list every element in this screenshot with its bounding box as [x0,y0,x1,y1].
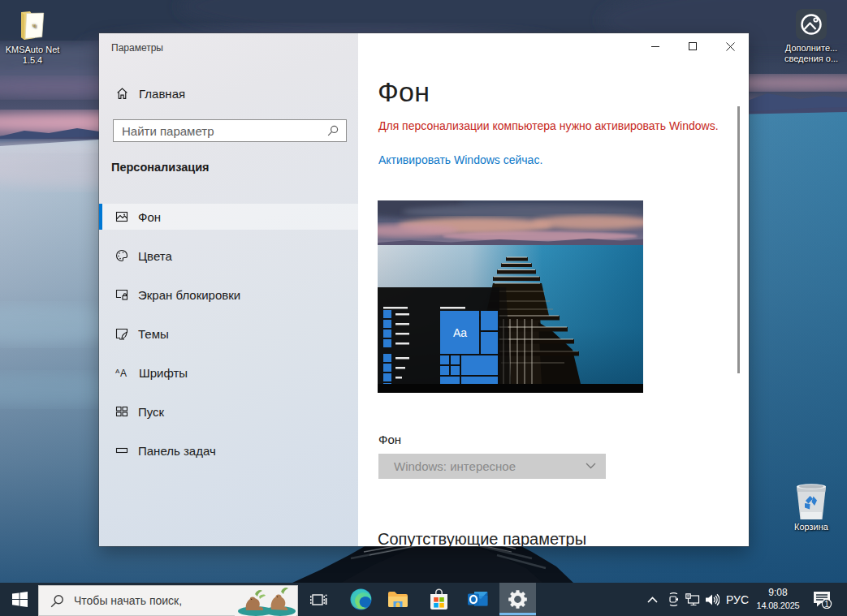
svg-text:1: 1 [824,600,829,609]
svg-text:ч: ч [32,21,37,29]
svg-text:Aa: Aa [453,326,467,339]
svg-text:A: A [120,368,127,379]
